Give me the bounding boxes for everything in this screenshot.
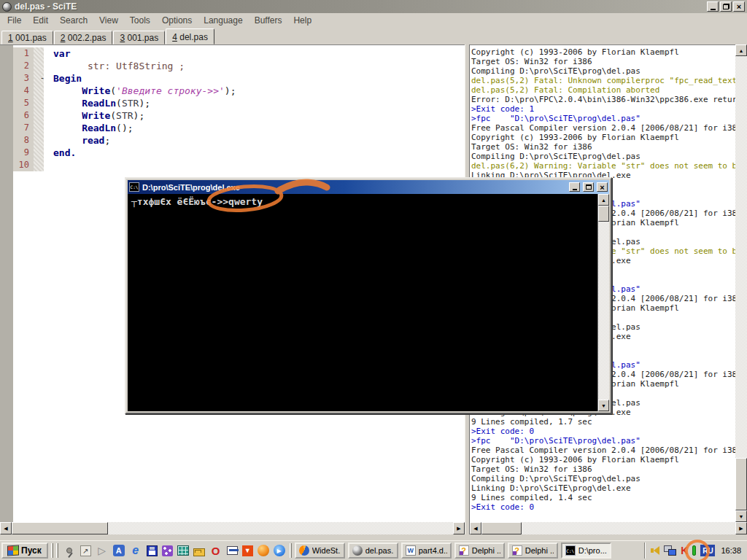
code-text[interactable]: ReadLn();: [44, 122, 133, 134]
menu-file[interactable]: File: [1, 14, 27, 27]
pin-icon[interactable]: [63, 544, 76, 557]
tab-001.pas[interactable]: 3 001.pas: [113, 31, 165, 44]
volume-icon[interactable]: [651, 546, 659, 555]
output-line[interactable]: >Exit code: 0: [471, 427, 735, 436]
output-line[interactable]: >Exit code: 0: [471, 502, 735, 512]
opera-icon[interactable]: [209, 544, 222, 557]
code-text[interactable]: end.: [44, 147, 76, 159]
output-line[interactable]: Free Pascal Compiler version 2.0.4 [2006…: [471, 123, 735, 133]
scroll-left-icon[interactable]: ◀: [470, 522, 481, 534]
folder-icon[interactable]: [193, 548, 205, 556]
output-line[interactable]: Copyright (c) 1993-2006 by Florian Klaem…: [471, 455, 735, 464]
code-text[interactable]: Begin: [44, 72, 82, 85]
console-titlebar[interactable]: C:\ D:\pro\SciTE\prog\del.exe ×: [128, 180, 609, 194]
floppy-save-icon[interactable]: [147, 545, 158, 556]
restore-button[interactable]: [720, 1, 732, 12]
console-maximize-button[interactable]: [583, 182, 594, 192]
code-text[interactable]: read;: [44, 134, 110, 147]
taskbar-button-scite-delpas[interactable]: del.pas...: [348, 542, 398, 559]
language-bar-icon[interactable]: [692, 545, 696, 556]
taskbar-button-widestring-page[interactable]: WideSt...: [295, 542, 345, 559]
menu-edit[interactable]: Edit: [27, 14, 54, 27]
output-line[interactable]: del.pas(6,2) Warning: Variable "str" doe…: [471, 161, 735, 171]
menu-language[interactable]: Language: [198, 14, 248, 27]
output-line[interactable]: del.pas(5,2) Fatal: Unknown compilerproc…: [471, 76, 735, 85]
output-line[interactable]: Error: D:\pro\FPC\2.0.4\bin\i386-Win32\p…: [471, 95, 735, 104]
close-button[interactable]: ×: [733, 1, 745, 12]
taskbar-separator[interactable]: [56, 543, 58, 558]
fold-marker[interactable]: -: [34, 72, 44, 85]
output-line[interactable]: del.pas(5,2) Fatal: Compilation aborted: [471, 85, 735, 95]
output-line[interactable]: >fpc "D:\pro\SciTE\prog\del.pas": [471, 114, 735, 123]
scroll-down-icon[interactable]: ▼: [598, 400, 609, 411]
scroll-left-icon[interactable]: ◀: [0, 522, 12, 534]
console-screen[interactable]: ┬тхфшЄх ёЄЁюъє->>qwerty ▲ ▼: [128, 194, 609, 411]
network-icon[interactable]: [664, 545, 676, 556]
taskbar-button-delphi-help-1[interactable]: Delphi ...: [454, 542, 505, 559]
tab-del.pas[interactable]: 4 del.pas: [166, 28, 214, 44]
calculator-icon[interactable]: [177, 545, 189, 556]
code-text[interactable]: var: [44, 47, 70, 60]
output-line[interactable]: 9 Lines compiled, 1.4 sec: [471, 493, 735, 502]
window-icon[interactable]: [227, 546, 238, 555]
dice-icon[interactable]: [162, 545, 173, 556]
minimize-button[interactable]: [707, 1, 719, 12]
play-icon[interactable]: [96, 544, 109, 557]
code-text[interactable]: [44, 159, 53, 171]
console-vscrollbar[interactable]: ▲ ▼: [597, 194, 609, 411]
console-minimize-button[interactable]: [569, 182, 580, 192]
output-vscroll-thumb[interactable]: [735, 458, 747, 510]
tab-002.2.pas[interactable]: 2 002.2.pas: [54, 31, 113, 44]
output-line[interactable]: Compiling D:\pro\SciTE\prog\del.pas: [471, 152, 735, 161]
scroll-right-icon[interactable]: ▶: [453, 522, 465, 534]
output-line[interactable]: Copyright (c) 1993-2006 by Florian Klaem…: [471, 47, 735, 57]
output-hscroll-thumb[interactable]: [481, 522, 522, 534]
code-text[interactable]: Write(STR);: [44, 109, 144, 122]
scroll-up-icon[interactable]: ▲: [735, 44, 747, 56]
taskbar-separator[interactable]: [290, 543, 292, 558]
far-manager-icon[interactable]: [113, 545, 125, 556]
output-line[interactable]: Free Pascal Compiler version 2.0.4 [2006…: [471, 446, 735, 455]
taskbar-separator[interactable]: [51, 543, 53, 558]
scite-titlebar[interactable]: del.pas - SciTE ×: [0, 0, 747, 13]
menu-help[interactable]: Help: [287, 14, 317, 27]
output-line[interactable]: >Exit code: 1: [471, 104, 735, 114]
media-player-icon[interactable]: [274, 545, 285, 556]
scroll-down-icon[interactable]: ▼: [735, 510, 747, 522]
output-line[interactable]: Target OS: Win32 for i386: [471, 464, 735, 474]
tab-001.pas[interactable]: 1 001.pas: [1, 31, 53, 44]
editor-hscroll-thumb[interactable]: [12, 522, 108, 534]
taskbar-button-delphi-help-2[interactable]: Delphi ...: [508, 542, 558, 559]
output-line[interactable]: Compiling D:\pro\SciTE\prog\del.pas: [471, 66, 735, 76]
menu-view[interactable]: View: [93, 14, 124, 27]
code-text[interactable]: ReadLn(STR);: [44, 97, 150, 109]
editor-text-area[interactable]: 1var2 str: Utf8String ;3-Begin4 Write('В…: [13, 47, 465, 171]
shortcut-icon[interactable]: [80, 545, 91, 556]
editor-hscrollbar[interactable]: ◀ ▶: [0, 522, 465, 534]
kaspersky-icon[interactable]: K: [681, 545, 688, 556]
download-master-icon[interactable]: [258, 545, 269, 556]
scroll-up-icon[interactable]: ▲: [598, 194, 609, 206]
output-line[interactable]: 9 Lines compiled, 1.7 sec: [471, 417, 735, 427]
output-line[interactable]: Compiling D:\pro\SciTE\prog\del.pas: [471, 474, 735, 483]
output-line[interactable]: >fpc "D:\pro\SciTE\prog\del.pas": [471, 436, 735, 446]
output-line[interactable]: Linking D:\pro\SciTE\prog\del.exe: [471, 483, 735, 493]
language-indicator[interactable]: RU: [700, 545, 715, 556]
console-close-button[interactable]: ×: [597, 182, 608, 192]
console-window[interactable]: C:\ D:\pro\SciTE\prog\del.exe × ┬тхфшЄх …: [125, 177, 612, 414]
code-text[interactable]: str: Utf8String ;: [44, 60, 185, 72]
ie-icon[interactable]: [129, 544, 142, 557]
output-vscrollbar[interactable]: ▲ ▼: [735, 44, 747, 522]
taskbar-button-console-delexe[interactable]: D:\pro...: [561, 542, 611, 559]
menu-search[interactable]: Search: [54, 14, 93, 27]
code-text[interactable]: Write('Введите строку->>');: [44, 85, 236, 97]
scroll-right-icon[interactable]: ▶: [735, 522, 747, 534]
clock[interactable]: 16:38: [719, 546, 741, 555]
console-vscroll-thumb[interactable]: [598, 206, 609, 222]
start-button[interactable]: Пуск: [1, 542, 48, 559]
output-line[interactable]: Target OS: Win32 for i386: [471, 142, 735, 152]
output-line[interactable]: Copyright (c) 1993-2006 by Florian Klaem…: [471, 133, 735, 142]
menu-tools[interactable]: Tools: [124, 14, 156, 27]
output-line[interactable]: Target OS: Win32 for i386: [471, 57, 735, 66]
menu-options[interactable]: Options: [156, 14, 198, 27]
